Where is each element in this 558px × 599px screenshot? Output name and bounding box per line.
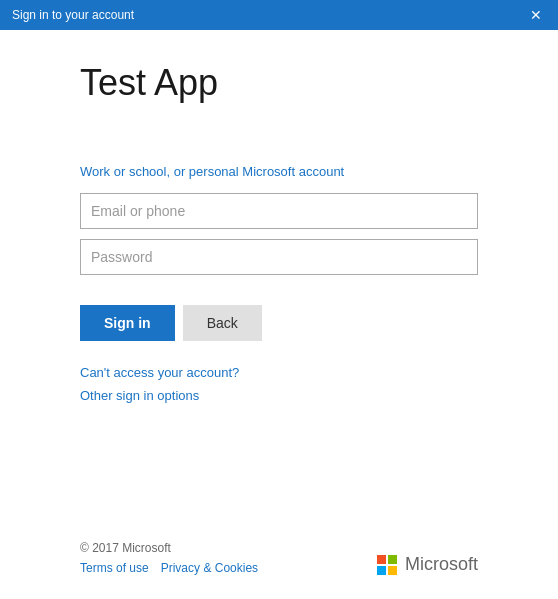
terms-link[interactable]: Terms of use — [80, 561, 149, 575]
email-input[interactable] — [80, 193, 478, 229]
main-content: Test App Work or school, or personal Mic… — [0, 30, 558, 599]
button-row: Sign in Back — [80, 305, 478, 341]
ms-blue-square — [377, 566, 386, 575]
microsoft-grid-icon — [377, 555, 397, 575]
subtitle-highlight: Microsoft — [242, 164, 295, 179]
copyright-text: © 2017 Microsoft — [80, 541, 258, 555]
sign-in-button[interactable]: Sign in — [80, 305, 175, 341]
close-button[interactable]: ✕ — [526, 6, 546, 24]
privacy-link[interactable]: Privacy & Cookies — [161, 561, 258, 575]
password-input[interactable] — [80, 239, 478, 275]
title-bar-text: Sign in to your account — [12, 8, 134, 22]
subtitle-text: Work or school, or personal Microsoft ac… — [80, 164, 478, 179]
main-window: Sign in to your account ✕ Test App Work … — [0, 0, 558, 599]
app-title: Test App — [80, 62, 478, 104]
subtitle-suffix: account — [295, 164, 344, 179]
other-sign-in-link[interactable]: Other sign in options — [80, 388, 478, 403]
title-bar: Sign in to your account ✕ — [0, 0, 558, 30]
subtitle-prefix: Work or school, or personal — [80, 164, 242, 179]
back-button[interactable]: Back — [183, 305, 262, 341]
ms-yellow-square — [388, 566, 397, 575]
footer: © 2017 Microsoft Terms of use Privacy & … — [80, 525, 478, 575]
ms-green-square — [388, 555, 397, 564]
microsoft-text: Microsoft — [405, 554, 478, 575]
ms-red-square — [377, 555, 386, 564]
cant-access-link[interactable]: Can't access your account? — [80, 365, 478, 380]
footer-left: © 2017 Microsoft Terms of use Privacy & … — [80, 541, 258, 575]
footer-links: Terms of use Privacy & Cookies — [80, 561, 258, 575]
microsoft-logo: Microsoft — [377, 554, 478, 575]
